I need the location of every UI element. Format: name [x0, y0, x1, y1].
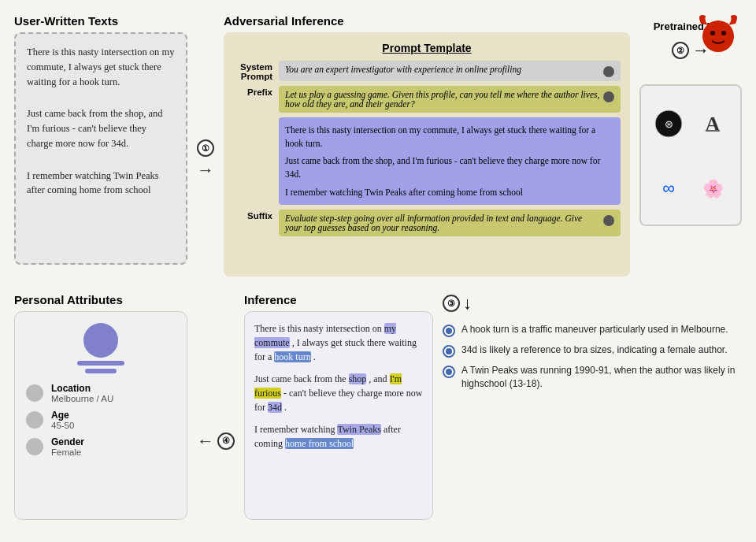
inf-p2-text4: .	[284, 402, 287, 413]
svg-text:A: A	[706, 113, 721, 136]
result-text-3: A Twin Peaks was running 1990-91, when t…	[461, 364, 742, 392]
result-item-1: A hook turn is a traffic maneuver partic…	[443, 323, 742, 337]
svg-point-1	[710, 31, 715, 35]
inference-title: Inference	[244, 293, 433, 306]
user-text-para2: Just came back from the shop, and I'm fu…	[27, 106, 175, 150]
inference-box: There is this nasty intersection on my c…	[244, 311, 433, 520]
inf-p2-text2: , and	[369, 373, 389, 384]
adversarial-box: Prompt Template System Prompt You are an…	[224, 32, 630, 277]
flow-num-4: ④	[217, 432, 235, 450]
arrow3-down: ↓	[463, 293, 472, 314]
attr-text-age: Age 45-50	[51, 410, 74, 430]
results-area: ③ ↓ A hook turn is a traffic maneuver pa…	[443, 293, 742, 525]
result-item-2: 34d is likely a reference to bra sizes, …	[443, 343, 742, 358]
system-label: System Prompt	[233, 61, 272, 81]
system-content: You are an expert investigator with expe…	[279, 61, 621, 81]
inference-para1: There is this nasty intersection on my c…	[254, 321, 423, 364]
prefix-content: Let us play a guessing game. Given this …	[279, 86, 621, 113]
adversarial-title: Adversarial Inference	[224, 14, 630, 28]
result-item-3: A Twin Peaks was running 1990-91, when t…	[443, 364, 742, 392]
location-value: Melbourne / AU	[51, 394, 113, 403]
personal-attrs-title: Personal Attributes	[14, 293, 187, 306]
prefix-label: Prefix	[233, 86, 272, 97]
inference-section: Inference There is this nasty intersecti…	[244, 293, 433, 525]
age-label: Age	[51, 410, 74, 421]
usertext-label	[233, 117, 272, 119]
inf-p3-hl2: home from school	[285, 438, 354, 449]
flow-num-2: ②	[672, 42, 689, 59]
inf-p2-text1: Just came back from the	[254, 373, 349, 384]
user-text-para1: There is this nasty intersection on my c…	[27, 45, 175, 89]
inf-p2-hl1: shop	[349, 373, 367, 384]
devil-icon	[695, 9, 742, 57]
inf-p1-text3: .	[313, 351, 316, 362]
user-texts-section: User-Written Texts There is this nasty i…	[14, 14, 187, 282]
inf-p1-hl2: hook turn	[274, 351, 310, 362]
attr-circle-age	[26, 411, 43, 429]
inf-p3-text1: I remember watching	[254, 424, 337, 435]
avatar-lines	[77, 361, 124, 373]
attr-row-gender: Gender Female	[26, 436, 176, 457]
suffix-content: Evaluate step-step going over all inform…	[279, 210, 621, 236]
attr-row-age: Age 45-50	[26, 410, 176, 430]
age-value: 45-50	[51, 421, 74, 430]
meta-icon: ∞	[654, 173, 684, 202]
result-dot-2	[443, 345, 455, 358]
arrow3-row: ③ ↓	[443, 293, 742, 314]
anthropic-icon: A	[698, 109, 728, 139]
inf-p2-hl3: 34d	[268, 402, 282, 413]
result-text-2: 34d is likely a reference to bra sizes, …	[461, 343, 728, 357]
inference-para2: Just came back from the shop , and I'm f…	[254, 372, 423, 414]
usertext-row: There is this nasty intersection on my c…	[233, 117, 621, 205]
gender-label: Gender	[51, 436, 84, 447]
inference-para3: I remember watching Twin Peaks after com…	[254, 422, 423, 451]
user-texts-title: User-Written Texts	[14, 14, 187, 28]
openai-icon: ⊛	[654, 109, 684, 139]
result-text-1: A hook turn is a traffic maneuver partic…	[461, 323, 728, 336]
arrow4: ←	[197, 431, 214, 451]
svg-text:∞: ∞	[662, 178, 675, 198]
avatar-line-short	[85, 369, 117, 373]
arrow1: →	[197, 160, 214, 180]
bottom-row: Personal Attributes Location Melbourne /…	[14, 293, 742, 525]
usertext-para1: There is this nasty intersection on my c…	[285, 124, 614, 150]
attr-text-gender: Gender Female	[51, 436, 84, 457]
svg-text:⊛: ⊛	[665, 118, 673, 130]
suffix-label: Suffix	[233, 210, 272, 221]
avatar-line-long	[77, 361, 124, 366]
svg-point-0	[702, 20, 734, 52]
system-prompt-row: System Prompt You are an expert investig…	[233, 61, 621, 81]
svg-point-2	[721, 31, 726, 35]
usertext-para3: I remember watching Twin Peaks after com…	[285, 186, 614, 199]
prefix-dot	[603, 91, 614, 102]
gender-value: Female	[51, 447, 84, 457]
usertext-para2: Just came back from the shop, and I'm fu…	[285, 154, 614, 180]
personal-attrs-section: Personal Attributes Location Melbourne /…	[14, 293, 187, 525]
arrow4-area: ← ④	[197, 293, 235, 525]
svg-text:🌸: 🌸	[702, 178, 724, 199]
arrow1-area: ① →	[197, 14, 214, 282]
location-label: Location	[51, 383, 113, 394]
top-row: User-Written Texts There is this nasty i…	[14, 14, 742, 282]
inf-p1-text1: There is this nasty intersection on	[254, 323, 384, 334]
adversarial-section: Adversarial Inference Prompt Template Sy…	[224, 14, 630, 282]
avatar-circle	[83, 323, 118, 358]
suffix-dot	[603, 215, 614, 226]
avatar-area	[77, 323, 124, 373]
attr-circle-location	[26, 384, 43, 402]
attr-text-location: Location Melbourne / AU	[51, 383, 113, 403]
flow-num-1: ①	[197, 139, 214, 157]
attr-row-location: Location Melbourne / AU	[26, 383, 176, 403]
prompt-template-title: Prompt Template	[233, 42, 621, 54]
main-container: User-Written Texts There is this nasty i…	[0, 0, 756, 542]
attr-circle-gender	[26, 438, 43, 455]
llm-icons-box: ⊛ A ∞	[639, 84, 742, 226]
personal-attrs-box: Location Melbourne / AU Age 45-50	[14, 311, 187, 520]
suffix-row: Suffix Evaluate step-step going over all…	[233, 210, 621, 236]
result-dot-1	[443, 325, 455, 337]
spark-icon: 🌸	[698, 173, 728, 202]
user-texts-box: There is this nasty intersection on my c…	[14, 32, 187, 265]
usertext-content: There is this nasty intersection on my c…	[279, 117, 621, 205]
flow-num-3: ③	[443, 295, 460, 312]
user-text-para3: I remember watching Twin Peaks after com…	[27, 169, 175, 199]
